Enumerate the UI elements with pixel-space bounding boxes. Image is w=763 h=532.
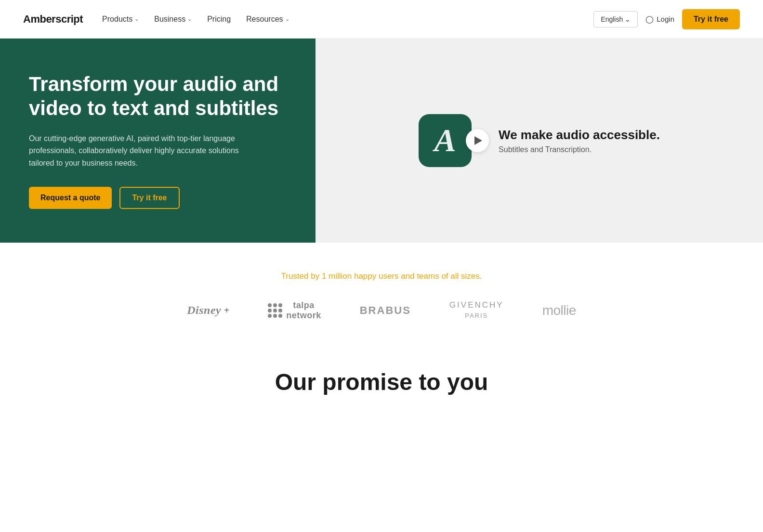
talpa-dot [273, 314, 277, 318]
tagline-sub: Subtitles and Transcription. [499, 145, 660, 154]
try-free-hero-button[interactable]: Try it free [119, 187, 179, 209]
hero-section: Transform your audio and video to text a… [0, 39, 763, 243]
talpa-text: talpanetwork [286, 300, 321, 321]
hero-left-panel: Transform your audio and video to text a… [0, 39, 316, 243]
login-label: Login [657, 15, 674, 23]
request-quote-button[interactable]: Request a quote [29, 187, 112, 209]
nav-products-label: Products [102, 15, 132, 24]
hero-app-preview: A We make audio accessible. Subtitles an… [419, 114, 660, 167]
talpa-dot [268, 309, 272, 312]
play-icon [474, 136, 482, 145]
nav-resources-label: Resources [246, 15, 283, 24]
login-button[interactable]: ◯ Login [645, 15, 674, 24]
hero-title: Transform your audio and video to text a… [29, 72, 287, 121]
mollie-text: mollie [542, 303, 576, 318]
language-label: English [601, 15, 623, 23]
hero-right-panel: A We make audio accessible. Subtitles an… [316, 39, 763, 243]
disney-logo-text: Disney [187, 304, 221, 317]
hero-tagline: We make audio accessible. Subtitles and … [499, 127, 660, 154]
talpa-dot [273, 303, 277, 307]
chevron-down-icon: ⌄ [285, 16, 289, 22]
chevron-down-icon: ⌄ [625, 15, 631, 23]
talpa-dot [268, 303, 272, 307]
disney-plus-symbol: + [224, 305, 229, 315]
nav-pricing-label: Pricing [207, 15, 231, 24]
disney-logo: Disney + [187, 304, 229, 317]
nav-products[interactable]: Products ⌄ [102, 15, 139, 24]
chevron-down-icon: ⌄ [187, 16, 192, 22]
site-logo[interactable]: Amberscript [23, 13, 83, 26]
nav-business-label: Business [154, 15, 185, 24]
tagline-main: We make audio accessible. [499, 127, 660, 143]
chevron-down-icon: ⌄ [134, 16, 139, 22]
logos-row: Disney + talpanetwork BRABUS GIVE [23, 300, 740, 321]
promise-section: Our promise to you [0, 340, 763, 405]
nav-resources[interactable]: Resources ⌄ [246, 15, 289, 24]
main-nav: Products ⌄ Business ⌄ Pricing Resources … [102, 15, 289, 24]
trusted-label: Trusted by 1 million happy users and tea… [23, 272, 740, 281]
talpa-dot [268, 314, 272, 318]
givenchy-logo: GIVENCHYPARIS [449, 300, 504, 320]
trusted-section: Trusted by 1 million happy users and tea… [0, 243, 763, 340]
nav-pricing[interactable]: Pricing [207, 15, 231, 24]
promise-title: Our promise to you [23, 369, 740, 395]
app-letter: A [434, 121, 456, 159]
app-icon: A [419, 114, 472, 167]
givenchy-text: GIVENCHYPARIS [449, 300, 504, 320]
hero-subtitle: Our cutting-edge generative AI, paired w… [29, 132, 250, 169]
talpa-dot [278, 303, 282, 307]
talpa-logo: talpanetwork [268, 300, 321, 321]
nav-business[interactable]: Business ⌄ [154, 15, 192, 24]
talpa-dot [278, 309, 282, 312]
try-free-button[interactable]: Try it free [682, 9, 740, 29]
hero-buttons: Request a quote Try it free [29, 187, 287, 209]
mollie-logo: mollie [542, 303, 576, 318]
navbar: Amberscript Products ⌄ Business ⌄ Pricin… [0, 0, 763, 39]
navbar-left: Amberscript Products ⌄ Business ⌄ Pricin… [23, 13, 289, 26]
brabus-logo: BRABUS [360, 304, 411, 317]
user-icon: ◯ [645, 15, 654, 24]
language-selector[interactable]: English ⌄ [593, 11, 638, 27]
talpa-dot [278, 314, 282, 318]
talpa-dots-grid [268, 303, 282, 318]
talpa-dot [273, 309, 277, 312]
play-button[interactable] [466, 129, 489, 152]
navbar-right: English ⌄ ◯ Login Try it free [593, 9, 740, 29]
brabus-text: BRABUS [360, 304, 411, 317]
